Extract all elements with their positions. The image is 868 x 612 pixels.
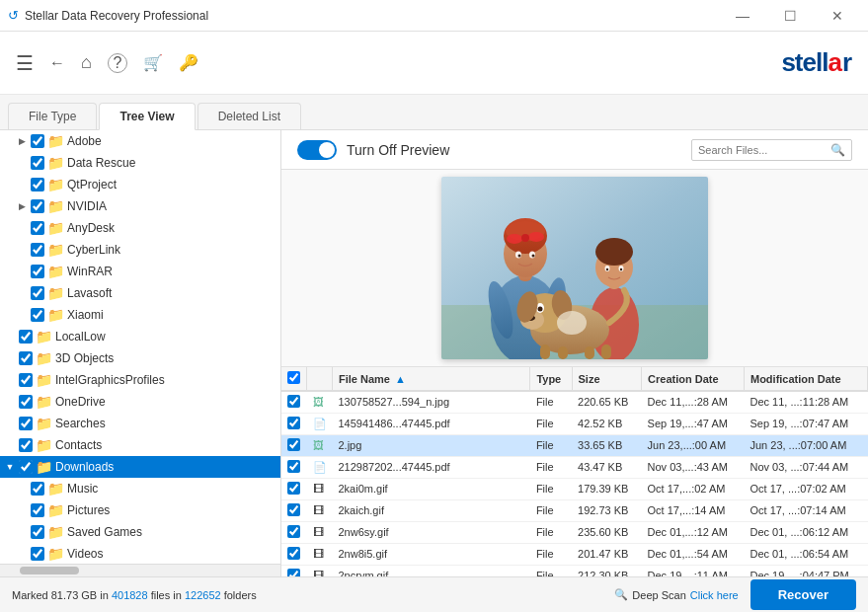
table-row[interactable]: 🎞 2nw6sy.gif File 235.60 KB Dec 01,...:1… bbox=[281, 521, 868, 543]
col-modified[interactable]: Modification Date bbox=[744, 367, 867, 391]
row-check[interactable] bbox=[281, 413, 307, 434]
tree-checkbox-downloads[interactable] bbox=[19, 460, 33, 474]
table-row[interactable]: 🎞 2kaich.gif File 192.73 KB Oct 17,...:1… bbox=[281, 499, 868, 521]
hscroll-thumb[interactable] bbox=[20, 567, 79, 574]
tree-checkbox-cyberlink[interactable] bbox=[31, 243, 44, 257]
row-check[interactable] bbox=[281, 434, 307, 456]
recover-button[interactable]: Recover bbox=[750, 579, 856, 610]
row-check[interactable] bbox=[281, 521, 307, 543]
home-icon[interactable]: ⌂ bbox=[81, 52, 92, 73]
table-row[interactable]: 📄 145941486...47445.pdf File 42.52 KB Se… bbox=[281, 413, 868, 434]
row-check[interactable] bbox=[281, 456, 307, 478]
table-row[interactable]: 🎞 2pcrym.gif File 212.30 KB Dec 19,...:1… bbox=[281, 565, 868, 576]
tree-checkbox-nvidia[interactable] bbox=[31, 199, 44, 213]
row-type: File bbox=[530, 521, 572, 543]
col-type[interactable]: Type bbox=[530, 367, 572, 391]
tree-checkbox-locallow[interactable] bbox=[19, 330, 33, 344]
tree-checkbox-adobe[interactable] bbox=[31, 134, 44, 148]
row-type: File bbox=[530, 413, 572, 434]
tree-item-lavasoft[interactable]: 📁 Lavasoft bbox=[0, 282, 280, 304]
tree-checkbox-datarescue[interactable] bbox=[31, 156, 44, 170]
row-check[interactable] bbox=[281, 391, 307, 413]
tab-tree-view[interactable]: Tree View bbox=[99, 103, 195, 130]
tree-checkbox-onedrive[interactable] bbox=[19, 395, 33, 409]
tree-item-music[interactable]: 📁 Music bbox=[0, 478, 280, 499]
tree-item-pictures[interactable]: 📁 Pictures bbox=[0, 499, 280, 521]
tree-label-onedrive: OneDrive bbox=[55, 395, 106, 409]
tab-deleted-list[interactable]: Deleted List bbox=[197, 103, 301, 129]
tree-checkbox-3dobjects[interactable] bbox=[19, 351, 33, 365]
hscroll-track[interactable] bbox=[0, 565, 280, 576]
tree-checkbox-videos[interactable] bbox=[31, 547, 44, 561]
folder-icon: 📁 bbox=[47, 242, 64, 258]
col-size[interactable]: Size bbox=[572, 367, 642, 391]
tree-item-locallow[interactable]: 📁 LocalLow bbox=[0, 326, 280, 347]
tree-checkbox-qtproject[interactable] bbox=[31, 178, 44, 191]
row-check[interactable] bbox=[281, 478, 307, 499]
expand-icon[interactable]: ▶ bbox=[16, 135, 28, 147]
tree-item-downloads[interactable]: ▼ 📁 Downloads bbox=[0, 456, 280, 478]
deep-scan-link[interactable]: Click here bbox=[690, 589, 739, 601]
back-icon[interactable]: ← bbox=[49, 54, 65, 72]
tree-item-onedrive[interactable]: 📁 OneDrive bbox=[0, 391, 280, 413]
tree-item-3dobjects[interactable]: 📁 3D Objects bbox=[0, 347, 280, 369]
hamburger-icon[interactable]: ☰ bbox=[16, 51, 34, 75]
col-name[interactable]: File Name ▲ bbox=[333, 367, 530, 391]
row-check[interactable] bbox=[281, 565, 307, 576]
tree-item-contacts[interactable]: 📁 Contacts bbox=[0, 434, 280, 456]
tree-checkbox-contacts[interactable] bbox=[19, 438, 33, 452]
tree-item-savedgames[interactable]: 📁 Saved Games bbox=[0, 521, 280, 543]
search-box[interactable]: 🔍 bbox=[691, 139, 852, 161]
tree-item-anydesk[interactable]: 📁 AnyDesk bbox=[0, 217, 280, 239]
expand-icon[interactable]: ▶ bbox=[16, 200, 28, 212]
tree-item-cyberlink[interactable]: 📁 CyberLink bbox=[0, 239, 280, 261]
close-button[interactable]: ✕ bbox=[815, 0, 860, 32]
table-row[interactable]: 📄 212987202...47445.pdf File 43.47 KB No… bbox=[281, 456, 868, 478]
table-row[interactable]: 🖼 130758527...594_n.jpg File 220.65 KB D… bbox=[281, 391, 868, 413]
folder-icon: 📁 bbox=[47, 177, 64, 192]
expand-icon bbox=[16, 309, 28, 321]
tree-item-nvidia[interactable]: ▶ 📁 NVIDIA bbox=[0, 195, 280, 217]
tree-checkbox-xiaomi[interactable] bbox=[31, 308, 44, 322]
tree-checkbox-anydesk[interactable] bbox=[31, 221, 44, 235]
search-input[interactable] bbox=[698, 144, 827, 156]
cart-icon[interactable]: 🛒 bbox=[143, 53, 163, 72]
tree-item-xiaomi[interactable]: 📁 Xiaomi bbox=[0, 304, 280, 326]
tree-checkbox-savedgames[interactable] bbox=[31, 525, 44, 539]
tree-checkbox-winrar[interactable] bbox=[31, 265, 44, 278]
deep-scan: 🔍 Deep Scan Click here bbox=[614, 588, 738, 601]
tree-item-intelgraphics[interactable]: 📁 IntelGraphicsProfiles bbox=[0, 369, 280, 391]
tree-checkbox-pictures[interactable] bbox=[31, 503, 44, 517]
sort-arrow-name: ▲ bbox=[395, 373, 406, 385]
search-icon[interactable]: 🔍 bbox=[830, 143, 845, 157]
tree-checkbox-music[interactable] bbox=[31, 482, 44, 496]
tree-item-qtproject[interactable]: 📁 QtProject bbox=[0, 174, 280, 195]
row-created: Jun 23,...:00 AM bbox=[642, 434, 745, 456]
tree-item-adobe[interactable]: ▶ 📁 Adobe bbox=[0, 130, 280, 152]
tree-item-winrar[interactable]: 📁 WinRAR bbox=[0, 261, 280, 282]
tree-checkbox-intelgraphics[interactable] bbox=[19, 373, 33, 387]
tree-checkbox-lavasoft[interactable] bbox=[31, 286, 44, 300]
maximize-button[interactable]: ☐ bbox=[767, 0, 813, 32]
tree-item-datarescue[interactable]: 📁 Data Rescue bbox=[0, 152, 280, 174]
table-row[interactable]: 🎞 2kai0m.gif File 179.39 KB Oct 17,...:0… bbox=[281, 478, 868, 499]
tree-item-searches[interactable]: 📁 Searches bbox=[0, 413, 280, 434]
tree-checkbox-searches[interactable] bbox=[19, 417, 33, 430]
table-row[interactable]: 🎞 2nw8i5.gif File 201.47 KB Dec 01,...:5… bbox=[281, 543, 868, 565]
table-row[interactable]: 🖼 2.jpg File 33.65 KB Jun 23,...:00 AM J… bbox=[281, 434, 868, 456]
row-check[interactable] bbox=[281, 499, 307, 521]
minimize-button[interactable]: — bbox=[720, 0, 765, 32]
tree-item-videos[interactable]: 📁 Videos bbox=[0, 543, 280, 564]
tree-label-3dobjects: 3D Objects bbox=[55, 351, 114, 365]
preview-toggle[interactable] bbox=[297, 140, 337, 160]
select-all-checkbox[interactable] bbox=[287, 371, 300, 384]
col-created[interactable]: Creation Date bbox=[642, 367, 745, 391]
expand-icon bbox=[16, 266, 28, 277]
file-table-header: File Name ▲ Type Size Creation Date Modi… bbox=[281, 367, 868, 391]
expand-icon[interactable]: ▼ bbox=[4, 461, 16, 473]
folder-icon: 📁 bbox=[36, 416, 52, 431]
row-check[interactable] bbox=[281, 543, 307, 565]
key-icon[interactable]: 🔑 bbox=[179, 53, 198, 72]
help-icon[interactable]: ? bbox=[108, 53, 127, 73]
tab-file-type[interactable]: File Type bbox=[8, 103, 97, 129]
